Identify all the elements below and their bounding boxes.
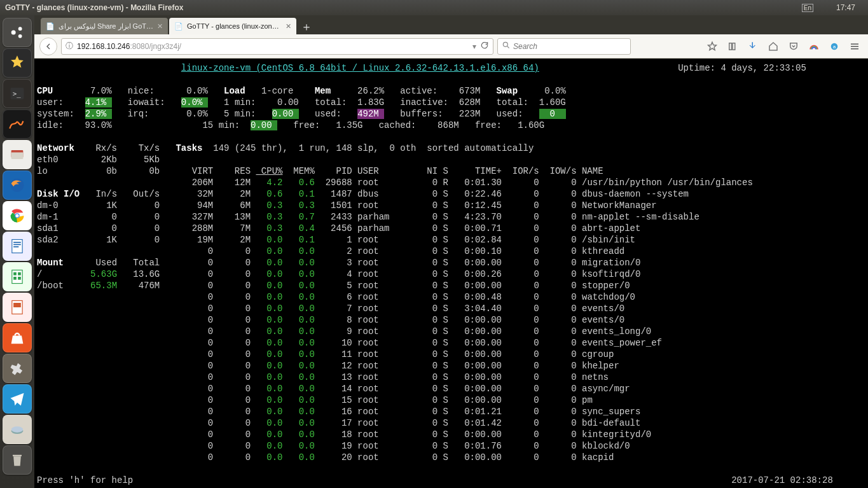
tab-favicon-icon: 📄 [46, 22, 55, 31]
svg-rect-22 [18, 277, 21, 280]
launcher-psensor-icon[interactable] [3, 109, 32, 139]
tab-strip: 📄 لینوکس برای Share ابزار GoTTY ✕ 📄 GoTT… [34, 15, 868, 34]
unity-launcher: >_ [0, 15, 34, 488]
library-icon[interactable] [724, 38, 741, 55]
launcher-writer-icon[interactable] [3, 232, 32, 261]
tab-favicon-icon: 📄 [174, 22, 183, 31]
bookmark-star-icon[interactable] [704, 38, 720, 55]
svg-point-28 [503, 42, 507, 46]
ubuntu-top-panel: GoTTY - glances (linux-zone-vm) - Mozill… [0, 0, 868, 15]
rainbow-addon-icon[interactable] [806, 38, 822, 55]
svg-rect-16 [13, 244, 21, 246]
search-input[interactable] [513, 42, 626, 51]
tab-1[interactable]: 📄 GoTTY - glances (linux-zone-vm ✕ [169, 18, 296, 34]
launcher-files-icon[interactable] [3, 140, 32, 169]
svg-rect-20 [18, 272, 21, 275]
launcher-trash-icon[interactable] [3, 445, 32, 475]
tab-label: GoTTY - glances (linux-zone-vm [187, 22, 282, 30]
svg-point-5 [18, 34, 22, 38]
reload-button[interactable] [480, 41, 489, 52]
launcher-software-icon[interactable] [3, 323, 32, 352]
svg-rect-30 [733, 43, 735, 50]
svg-point-3 [11, 31, 16, 35]
svg-rect-29 [729, 43, 732, 50]
launcher-calc-icon[interactable] [3, 262, 32, 291]
tab-0[interactable]: 📄 لینوکس برای Share ابزار GoTTY ✕ [41, 18, 168, 34]
home-icon[interactable] [765, 38, 782, 55]
pocket-icon[interactable] [785, 38, 802, 55]
svg-rect-9 [11, 153, 24, 160]
nav-toolbar: ⓘ 192.168.10.246:8080/jngx3z4j/ ▾ a [34, 34, 868, 59]
addon-circle-icon[interactable]: a [826, 38, 843, 55]
launcher-firefox-icon[interactable] [3, 171, 32, 200]
launcher-device-icon[interactable] [3, 415, 32, 444]
svg-text:>_: >_ [13, 90, 21, 98]
identity-info-icon[interactable]: ⓘ [65, 41, 73, 52]
launcher-impress-icon[interactable] [3, 293, 32, 322]
lang-indicator[interactable]: En [802, 4, 813, 12]
close-icon[interactable]: ✕ [286, 22, 291, 31]
launcher-chrome-icon[interactable] [3, 201, 32, 230]
svg-rect-19 [13, 272, 17, 275]
close-icon[interactable]: ✕ [157, 22, 163, 31]
clock[interactable]: 17:47 [836, 3, 855, 12]
launcher-settings-icon[interactable] [3, 354, 32, 383]
url-text: 192.168.10.246:8080/jngx3z4j/ [77, 42, 469, 51]
window-title: GoTTY - glances (linux-zone-vm) - Mozill… [5, 3, 787, 12]
svg-point-26 [11, 426, 24, 432]
launcher-star-icon[interactable] [3, 48, 32, 78]
svg-point-4 [18, 27, 22, 31]
launcher-dash-icon[interactable] [3, 18, 32, 47]
downloads-icon[interactable] [745, 38, 761, 55]
svg-rect-21 [13, 277, 17, 280]
firefox-window: 📄 لینوکس برای Share ابزار GoTTY ✕ 📄 GoTT… [34, 15, 868, 488]
dropdown-chevron-icon[interactable]: ▾ [472, 42, 476, 51]
svg-point-13 [15, 214, 18, 217]
terminal-content[interactable]: linux-zone-vm (CentOS 6.8 64bit / Linux … [34, 59, 868, 488]
svg-rect-24 [13, 303, 21, 307]
launcher-telegram-icon[interactable] [3, 384, 32, 414]
launcher-terminal-icon[interactable]: >_ [3, 79, 32, 108]
tab-label: لینوکس برای Share ابزار GoTTY [59, 22, 153, 31]
search-icon [502, 41, 511, 52]
search-box[interactable] [497, 38, 631, 55]
url-bar[interactable]: ⓘ 192.168.10.246:8080/jngx3z4j/ ▾ [61, 38, 493, 55]
svg-rect-27 [13, 455, 22, 456]
svg-rect-15 [13, 242, 21, 243]
new-tab-button[interactable]: ＋ [298, 19, 315, 34]
back-button[interactable] [39, 38, 57, 55]
svg-rect-17 [13, 246, 18, 247]
hamburger-menu-icon[interactable] [846, 38, 863, 55]
